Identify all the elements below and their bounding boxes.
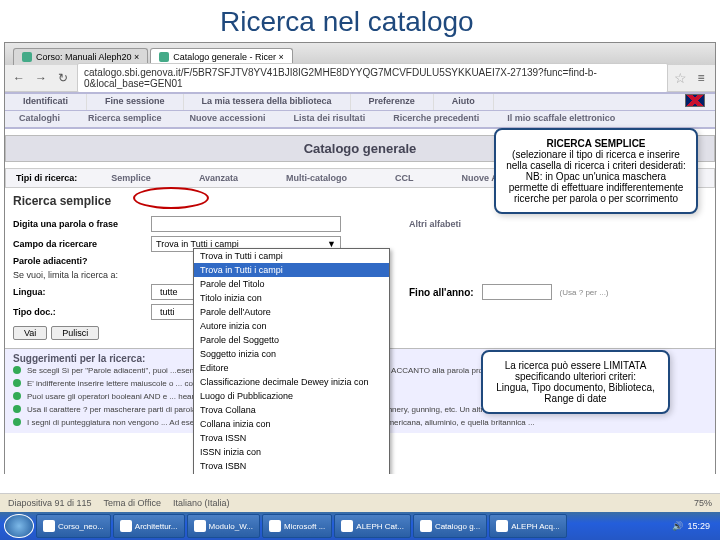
field-dropdown[interactable]: Trova in Tutti i campi Trova in Tutti i … bbox=[193, 248, 390, 474]
taskbar-app[interactable]: Corso_neo... bbox=[36, 514, 111, 538]
dropdown-option-selected[interactable]: Trova in Tutti i campi bbox=[194, 263, 389, 277]
app-icon bbox=[194, 520, 206, 532]
bullet-icon bbox=[13, 366, 21, 374]
altri-alfabeti-link[interactable]: Altri alfabeti bbox=[409, 219, 461, 229]
dropdown-option[interactable]: Parole del Titolo bbox=[194, 277, 389, 291]
dropdown-option[interactable]: ISBN inizia con bbox=[194, 473, 389, 474]
bullet-icon bbox=[13, 392, 21, 400]
dropdown-option[interactable]: Trova Collana bbox=[194, 403, 389, 417]
label-campo: Campo da ricercare bbox=[13, 239, 143, 249]
app-icon bbox=[420, 520, 432, 532]
taskbar-app[interactable]: Catalogo g... bbox=[413, 514, 487, 538]
slide-counter: Diapositiva 91 di 115 bbox=[8, 498, 92, 508]
go-button[interactable]: Vai bbox=[13, 326, 47, 340]
dropdown-option[interactable]: Trova ISBN bbox=[194, 459, 389, 473]
type-avanzata[interactable]: Avanzata bbox=[175, 171, 262, 185]
menu-scaffale[interactable]: Il mio scaffale elettronico bbox=[493, 111, 629, 127]
label-lingua: Lingua: bbox=[13, 287, 143, 297]
type-semplice[interactable]: Semplice bbox=[87, 171, 175, 185]
dropdown-option[interactable]: Classificazione decimale Dewey inizia co… bbox=[194, 375, 389, 389]
type-ccl[interactable]: CCL bbox=[371, 171, 438, 185]
callout-ricerca-semplice: RICERCA SEMPLICE (selezionare il tipo di… bbox=[494, 128, 698, 214]
menu-lista-risultati[interactable]: Lista dei risultati bbox=[280, 111, 380, 127]
back-button[interactable]: ← bbox=[11, 70, 27, 86]
dropdown-option[interactable]: Parole dell'Autore bbox=[194, 305, 389, 319]
bullet-icon bbox=[13, 405, 21, 413]
menu-ricerche-precedenti[interactable]: Ricerche precedenti bbox=[379, 111, 493, 127]
dropdown-option[interactable]: Trova ISSN bbox=[194, 431, 389, 445]
menu-cataloghi[interactable]: Cataloghi bbox=[5, 111, 74, 127]
taskbar-app[interactable]: Microsoft ... bbox=[262, 514, 332, 538]
type-label: Tipi di ricerca: bbox=[6, 171, 87, 185]
clear-button[interactable]: Pulisci bbox=[51, 326, 99, 340]
taskbar-app[interactable]: Modulo_W... bbox=[187, 514, 260, 538]
powerpoint-status-bar: Diapositiva 91 di 115 Tema di Office Ita… bbox=[0, 493, 720, 512]
system-tray[interactable]: 🔊 15:29 bbox=[672, 521, 716, 531]
language-indicator[interactable]: Italiano (Italia) bbox=[173, 498, 230, 508]
app-icon bbox=[43, 520, 55, 532]
dropdown-option[interactable]: Collana inizia con bbox=[194, 417, 389, 431]
type-multi[interactable]: Multi-catalogo bbox=[262, 171, 371, 185]
menu-tessera[interactable]: La mia tessera della biblioteca bbox=[184, 94, 351, 110]
bullet-icon bbox=[13, 418, 21, 426]
tab-favicon bbox=[22, 52, 32, 62]
menu-ricerca-semplice[interactable]: Ricerca semplice bbox=[74, 111, 176, 127]
windows-taskbar: Corso_neo... Architettur... Modulo_W... … bbox=[0, 512, 720, 540]
bullet-icon bbox=[13, 379, 21, 387]
taskbar-app[interactable]: Architettur... bbox=[113, 514, 185, 538]
tab-bar: Corso: Manuali Aleph20 × Catalogo genera… bbox=[5, 43, 715, 65]
taskbar-app[interactable]: ALEPH Acq... bbox=[489, 514, 566, 538]
clock[interactable]: 15:29 bbox=[687, 521, 710, 531]
dropdown-option[interactable]: Luogo di Pubblicazione bbox=[194, 389, 389, 403]
menu-row-2: Cataloghi Ricerca semplice Nuove accessi… bbox=[5, 111, 715, 129]
dropdown-option[interactable]: Trova in Tutti i campi bbox=[194, 249, 389, 263]
dropdown-option[interactable]: ISSN inizia con bbox=[194, 445, 389, 459]
label-fino-anno: Fino all'anno: bbox=[409, 287, 474, 298]
address-bar: ← → ↻ catalogo.sbi.genova.it/F/5BR7SFJTV… bbox=[5, 65, 715, 92]
forward-button[interactable]: → bbox=[33, 70, 49, 86]
fino-hint: (Usa ? per ...) bbox=[560, 288, 609, 297]
menu-fine-sessione[interactable]: Fine sessione bbox=[87, 94, 184, 110]
label-tipodoc: Tipo doc.: bbox=[13, 307, 143, 317]
app-icon bbox=[496, 520, 508, 532]
dropdown-option[interactable]: Autore inizia con bbox=[194, 319, 389, 333]
taskbar-app[interactable]: ALEPH Cat... bbox=[334, 514, 411, 538]
uk-flag-icon[interactable] bbox=[685, 94, 705, 107]
zoom-level[interactable]: 75% bbox=[694, 498, 712, 508]
callout-limitata: La ricerca può essere LIMITATA specifica… bbox=[481, 350, 670, 414]
search-input[interactable] bbox=[151, 216, 341, 232]
app-icon bbox=[120, 520, 132, 532]
menu-nuove-accessioni[interactable]: Nuove accessioni bbox=[176, 111, 280, 127]
menu-identificati[interactable]: Identificati bbox=[5, 94, 87, 110]
bookmark-icon[interactable]: ☆ bbox=[674, 70, 687, 86]
label-adiacenti: Parole adiacenti? bbox=[13, 256, 143, 266]
menu-aiuto[interactable]: Aiuto bbox=[434, 94, 494, 110]
label-digita: Digita una parola o frase bbox=[13, 219, 143, 229]
app-icon bbox=[269, 520, 281, 532]
fino-anno-input[interactable] bbox=[482, 284, 552, 300]
theme-name: Tema di Office bbox=[104, 498, 161, 508]
dropdown-option[interactable]: Soggetto inizia con bbox=[194, 347, 389, 361]
dropdown-option[interactable]: Parole del Soggetto bbox=[194, 333, 389, 347]
slide-title: Ricerca nel catalogo bbox=[0, 0, 720, 42]
app-icon bbox=[341, 520, 353, 532]
menu-row-1: Identificati Fine sessione La mia tesser… bbox=[5, 92, 715, 111]
menu-icon[interactable]: ≡ bbox=[693, 70, 709, 86]
tab-favicon bbox=[159, 52, 169, 62]
dropdown-option[interactable]: Editore bbox=[194, 361, 389, 375]
url-field[interactable]: catalogo.sbi.genova.it/F/5BR7SFJTV8YV41B… bbox=[77, 63, 668, 93]
start-button[interactable] bbox=[4, 514, 34, 538]
dropdown-option[interactable]: Titolo inizia con bbox=[194, 291, 389, 305]
tray-icon[interactable]: 🔊 bbox=[672, 521, 683, 531]
menu-preferenze[interactable]: Preferenze bbox=[351, 94, 434, 110]
limit-label: Se vuoi, limita la ricerca a: bbox=[13, 270, 118, 280]
suggestions-title: Suggerimenti per la ricerca: bbox=[13, 353, 145, 364]
reload-button[interactable]: ↻ bbox=[55, 70, 71, 86]
